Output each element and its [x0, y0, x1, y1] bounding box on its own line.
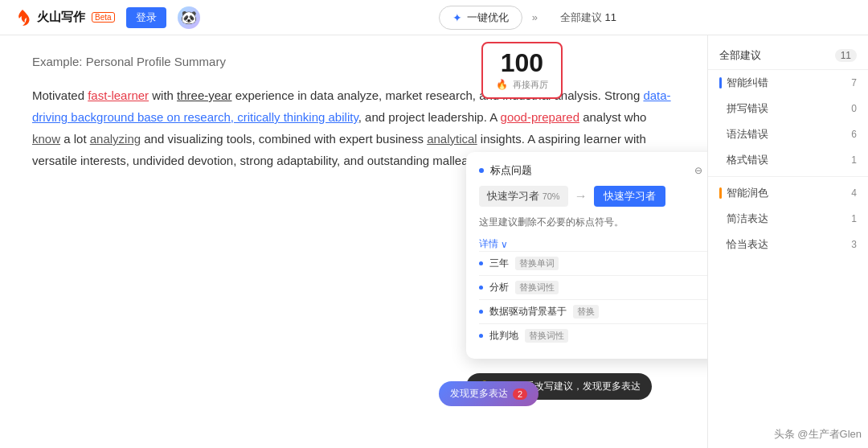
highlight-know: know — [32, 132, 60, 146]
expand-icon[interactable]: » — [532, 11, 538, 23]
text-before-fast-learner: Motivated — [32, 88, 88, 102]
category-smart-correction[interactable]: 智能纠错 7 — [708, 70, 868, 96]
item-tag: 替换 — [573, 305, 599, 319]
text-visualizing: and visualizing tools, combined with exp… — [141, 132, 427, 146]
main-layout: 100 🔥 再接再厉 Example: Personal Profile Sum… — [0, 35, 868, 448]
item-tag: 替换词性 — [515, 281, 559, 294]
category-name: 拼写错误 — [719, 101, 768, 116]
app-name: 火山写作 — [37, 10, 85, 25]
category-name: 简洁表达 — [719, 212, 768, 226]
category-left: 拼写错误 — [719, 101, 768, 116]
category-left: 恰当表达 — [719, 237, 768, 252]
card-header: 标点问题 ⊖ 忽略 — [479, 163, 707, 178]
category-name: 语法错误 — [719, 127, 768, 142]
text-alot: a lot — [60, 132, 90, 146]
ignore-button[interactable]: ⊖ 忽略 — [694, 164, 707, 178]
category-count: 3 — [851, 239, 857, 250]
text-project: , and project leadership. A — [358, 110, 501, 124]
word-original: 快速学习者 70% — [479, 186, 568, 207]
optimize-button[interactable]: ✦ 一键优化 — [439, 6, 522, 30]
category-left: 智能润色 — [719, 186, 768, 200]
category-left: 语法错误 — [719, 127, 768, 142]
text-with: with — [149, 88, 177, 102]
highlight-good-prepared[interactable]: good-prepared — [501, 110, 579, 124]
item-label: 三年 — [489, 257, 509, 270]
card-item-1: 三年 替换单词 — [479, 251, 707, 275]
avatar: 🐼 — [178, 6, 200, 29]
orange-indicator — [719, 187, 722, 199]
arrow-icon: → — [575, 189, 588, 203]
highlight-analytical: analytical — [427, 132, 477, 146]
card-item-3: 数据驱动背景基于 替换 — [479, 299, 707, 323]
card-detail-link[interactable]: 详情 ∨ — [479, 237, 707, 251]
category-count: 4 — [851, 187, 857, 199]
card-dot — [479, 168, 484, 173]
sidebar-header: 全部建议 11 — [708, 45, 868, 70]
category-name: 智能纠错 — [727, 76, 768, 90]
highlight-fast-learner[interactable]: fast-learner — [88, 88, 149, 102]
editor-area[interactable]: 100 🔥 再接再厉 Example: Personal Profile Sum… — [0, 35, 707, 448]
category-left: 智能纠错 — [719, 76, 768, 90]
category-appropriate[interactable]: 恰当表达 3 — [708, 232, 868, 257]
chevron-down-icon: ∨ — [501, 239, 508, 250]
card-item-2: 分析 替换词性 — [479, 275, 707, 299]
card-description: 这里建议删除不必要的标点符号。 — [479, 215, 707, 229]
item-label: 分析 — [489, 281, 509, 294]
category-count: 0 — [851, 103, 857, 114]
suggestion-card: 标点问题 ⊖ 忽略 快速学习者 70% → 快速学习者 这里建议删除不必要的标点… — [466, 152, 707, 359]
beta-badge: Beta — [92, 12, 115, 23]
active-indicator — [719, 77, 722, 88]
category-name: 格式错误 — [719, 153, 768, 167]
discover-button[interactable]: 发现更多表达 2 — [439, 381, 538, 406]
category-count: 7 — [851, 77, 857, 88]
watermark: 头条 @生产者Glen — [774, 427, 862, 442]
score-box: 100 🔥 再接再厉 — [481, 42, 563, 99]
topbar-center: ✦ 一键优化 » 全部建议 11 — [200, 6, 855, 30]
word-replacement-row: 快速学习者 70% → 快速学习者 — [479, 186, 707, 207]
suggestion-sidebar: 全部建议 11 智能纠错 7 拼写错误 0 语法错误 6 格式错误 — [707, 35, 868, 448]
category-left: 简洁表达 — [719, 212, 768, 226]
all-suggestions-label: 全部建议 — [719, 48, 761, 63]
item-label: 批判地 — [489, 329, 518, 343]
discover-count: 2 — [513, 388, 527, 400]
highlight-analyzing: analyzing — [90, 132, 141, 146]
topbar: 火山写作 Beta 登录 🐼 ✦ 一键优化 » 全部建议 11 — [0, 0, 868, 35]
circle-minus-icon: ⊖ — [694, 165, 702, 176]
dot-icon — [479, 261, 483, 265]
card-title: 标点问题 — [479, 163, 532, 178]
optimize-label: 一键优化 — [467, 10, 509, 25]
all-suggestions-count: 11 — [835, 49, 857, 62]
category-count: 1 — [851, 154, 857, 166]
logo-area: 火山写作 Beta 登录 🐼 — [13, 6, 200, 29]
category-name: 智能润色 — [727, 186, 768, 200]
category-format[interactable]: 格式错误 1 — [708, 147, 868, 173]
category-count: 6 — [851, 129, 857, 140]
category-polish[interactable]: 智能润色 4 — [708, 180, 868, 206]
discover-label: 发现更多表达 — [450, 387, 508, 401]
text-analyst: analyst who — [579, 110, 646, 124]
category-left: 格式错误 — [719, 153, 768, 167]
logo-icon — [13, 8, 32, 27]
category-concise[interactable]: 简洁表达 1 — [708, 206, 868, 232]
category-count: 1 — [851, 213, 857, 224]
sparkle-icon: ✦ — [452, 11, 462, 24]
suggestions-label: 全部建议 11 — [560, 10, 616, 25]
login-button[interactable]: 登录 — [126, 7, 166, 28]
score-emoji: 🔥 — [496, 79, 508, 90]
category-spelling[interactable]: 拼写错误 0 — [708, 96, 868, 121]
doc-title: Example: Personal Profile Summary — [32, 55, 675, 68]
score-subtitle: 🔥 再接再厉 — [496, 79, 548, 91]
category-name: 恰当表达 — [719, 237, 768, 252]
item-label: 数据驱动背景基于 — [489, 305, 567, 319]
score-value: 100 — [496, 50, 548, 76]
dot-icon — [479, 310, 483, 314]
card-item-4: 批判地 替换词性 — [479, 323, 707, 347]
divider — [708, 176, 868, 177]
item-tag: 替换单词 — [515, 257, 559, 270]
category-grammar[interactable]: 语法错误 6 — [708, 121, 868, 147]
dot-icon — [479, 286, 483, 290]
item-tag: 替换词性 — [525, 329, 568, 343]
highlight-three-year: three-year — [177, 88, 231, 102]
text-experience: experience in data analyze, market resea… — [231, 88, 643, 102]
word-suggested[interactable]: 快速学习者 — [594, 186, 665, 207]
